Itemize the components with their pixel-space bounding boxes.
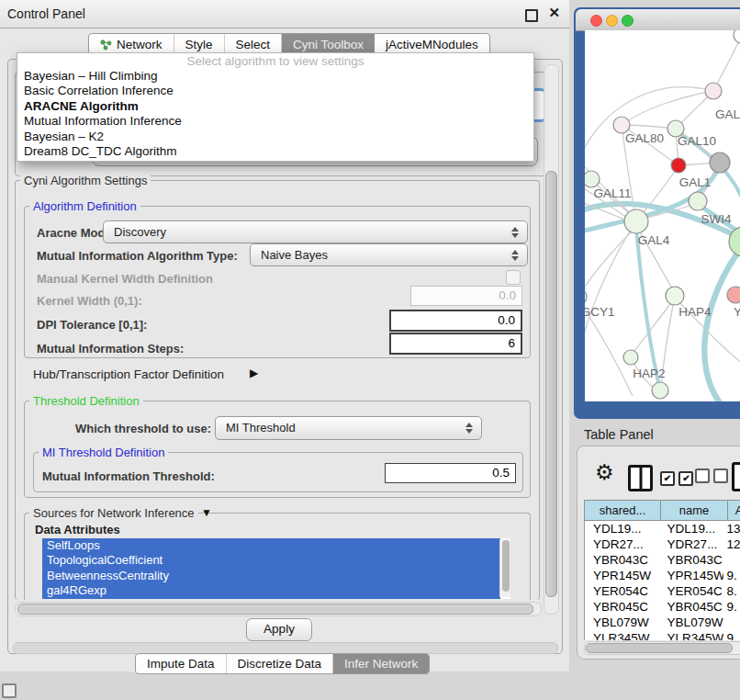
table-row[interactable]: YBL079WYBL079W [585,615,740,630]
table-panel-title: Table Panel [584,427,654,442]
which-threshold-label: Which threshold to use: [75,422,211,435]
network-icon [100,39,112,51]
spinner-arrows-icon [511,227,519,238]
popup-placeholder: Select algorithm to view settings [17,53,533,69]
column-header[interactable]: name [661,500,728,521]
table-row[interactable]: YBR043CYBR043C [585,552,740,568]
settings-horizontal-scrollbar-thumb[interactable] [17,604,533,615]
popup-item-selected[interactable]: ARACNE Algorithm [17,99,533,114]
popup-item[interactable]: Bayesian – Hill Climbing [17,69,533,84]
sources-group-title[interactable]: Sources for Network Inference [29,506,198,520]
edge[interactable] [585,227,633,354]
network-node-hap2[interactable] [623,350,638,365]
tab-discretize-data[interactable]: Discretize Data [227,654,334,673]
checked-box-icon: ✔ [660,471,675,486]
network-node-hap4[interactable] [666,287,684,305]
zoom-traffic-light[interactable] [622,15,633,27]
tab-infer-network[interactable]: Infer Network [333,654,429,673]
edge[interactable] [585,87,713,168]
network-window-titlebar[interactable] [576,9,740,31]
table-horizontal-scrollbar-thumb[interactable] [586,643,733,653]
network-node-swi4[interactable] [689,192,707,210]
close-icon[interactable]: ✕ [548,5,560,21]
data-attributes-label: Data Attributes [35,523,120,536]
aracne-mode-combobox[interactable]: Discovery [103,220,528,243]
table-row[interactable]: YLR345WYLR345W9. [585,630,740,640]
algorithm-popup: Select algorithm to view settings Bayesi… [17,52,534,162]
mi-threshold-group-title: MI Threshold Definition [39,446,168,459]
control-panel-title: Control Panel [7,6,85,21]
node-label: SWI4 [701,212,731,226]
edge[interactable] [585,227,636,297]
node-label: GAL10 [678,134,716,148]
mi-threshold-field[interactable]: 0.5 [385,463,516,483]
close-traffic-light[interactable] [590,15,602,27]
attribute-item-selected[interactable]: TopologicalCoefficient [42,553,500,568]
network-node-gal[interactable] [705,83,722,99]
split-columns-icon[interactable] [628,465,653,491]
bottom-tabbar: Impute Data Discretize Data Infer Networ… [135,653,430,674]
mi-type-combobox[interactable]: Naive Bayes [250,243,528,266]
edge[interactable] [622,91,713,125]
column-header[interactable]: A [728,500,740,521]
hub-definition-label[interactable]: Hub/Transcription Factor Definition [33,367,224,381]
show-columns-icon[interactable]: ✔ ✔ [660,469,693,486]
apply-button[interactable]: Apply [246,618,312,641]
popup-item[interactable]: Basic Correlation Inference [17,84,533,98]
dpi-tolerance-field[interactable]: 0.0 [389,310,522,332]
column-header[interactable]: shared... [584,500,661,521]
mi-type-value: Naive Bayes [261,244,328,265]
settings-vertical-scrollbar-thumb[interactable] [545,171,557,597]
network-node-y[interactable] [727,287,740,303]
edge[interactable] [713,35,740,91]
popup-item[interactable]: Mutual Information Inference [17,114,533,129]
document-icon[interactable] [732,462,740,491]
cyni-algorithm-settings-title: Cyni Algorithm Settings [20,174,151,187]
table-row[interactable]: YDR27...YDR27...12 [585,536,740,552]
table-row[interactable]: YBR045CYBR045C9. [585,599,740,615]
threshold-definition-title: Threshold Definition [29,394,143,408]
network-node[interactable] [652,382,668,399]
kernel-width-field[interactable]: 0.0 [410,286,522,306]
float-window-icon[interactable] [525,9,538,22]
mi-steps-field[interactable]: 6 [389,333,522,355]
unchecked-box-icon [695,469,710,483]
mi-steps-label: Mutual Information Steps: [37,342,184,356]
network-node[interactable] [734,30,740,43]
network-node-gal1[interactable] [671,158,686,173]
expand-right-icon[interactable]: ▶ [250,367,258,379]
table-row[interactable]: YER054CYER054C8. [585,583,740,599]
kernel-width-label: Kernel Width (0,1): [37,294,142,308]
network-canvas[interactable]: GALGAL80GAL10GAL1GAL11SWI4GAL4GCY1HAP4YH… [585,30,740,401]
edge[interactable] [704,243,740,401]
algorithm-definition-title: Algorithm Definition [29,199,140,213]
attribute-item-selected[interactable]: SelfLoops [42,538,500,553]
node-label: GAL [715,107,740,121]
network-node-gal11[interactable] [585,171,600,187]
aracne-mode-value: Discovery [114,221,166,243]
spinner-arrows-icon [465,423,473,434]
minimized-window-icon[interactable] [2,683,17,698]
attributes-scrollbar[interactable] [499,539,510,597]
data-attributes-list: SelfLoops TopologicalCoefficient Between… [42,538,510,599]
screen: Control Panel ✕ Network Style Select Cyn… [0,0,740,700]
attributes-scrollbar-thumb[interactable] [502,540,510,592]
table-row[interactable]: YDL19...YDL19...13 [585,521,740,536]
attribute-item-selected[interactable]: BetweennessCentrality [42,569,500,583]
manual-kernel-label: Manual Kernel Width Definition [37,272,213,286]
hide-columns-icon[interactable] [695,469,728,487]
gear-icon[interactable]: ⚙ [595,462,614,483]
popup-item[interactable]: Dream8 DC_TDC Algorithm [17,144,533,159]
table-row[interactable]: YPR145WYPR145W9. [585,568,740,583]
minimize-traffic-light[interactable] [606,15,618,27]
which-threshold-combobox[interactable]: MI Threshold [215,416,482,440]
network-node-gcy1[interactable] [585,288,587,305]
node-label: GAL11 [593,186,631,200]
attribute-item-selected[interactable]: gal4RGexp [42,583,500,598]
popup-item[interactable]: Bayesian – K2 [17,130,533,144]
manual-kernel-checkbox[interactable] [506,270,521,285]
network-node[interactable] [710,152,730,173]
collapse-down-icon[interactable]: ▼ [201,506,212,519]
tab-impute-data[interactable]: Impute Data [136,654,227,673]
network-node-gal4[interactable] [624,209,648,233]
